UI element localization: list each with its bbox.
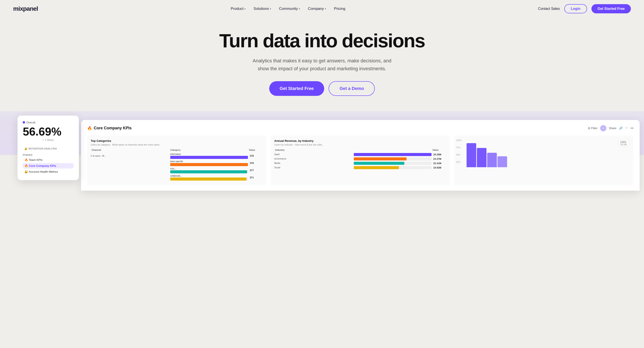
retention-item[interactable]: 🔐 Retention analysis: [24, 147, 57, 150]
pinned-header: Pinned: [23, 152, 74, 157]
vertical-bar-chart-panel: 100% 34.05K 100% 75% 50% 25%: [454, 136, 634, 185]
sidebar-list: 🔐 Retention analysis Pinned 🔥 Team KPIs …: [23, 146, 74, 174]
list-item: 🔐 Retention analysis: [23, 146, 74, 151]
chart-row: team-specific 378: [91, 160, 263, 166]
chart-row: cros... 377: [91, 167, 263, 173]
chart-table-header: Industry Value: [274, 149, 446, 151]
bar-item: [466, 143, 476, 167]
list-item[interactable]: 🔥 Team KPIs: [23, 157, 74, 163]
float-card: Overall 56.69% < 1 Week 🔐 Retention anal…: [18, 116, 79, 180]
hero-section: Turn data into decisions Analytics that …: [0, 17, 644, 96]
more-options-icon[interactable]: •••: [630, 126, 634, 130]
percentage-value: 56.69%: [23, 126, 74, 137]
nav-item-community[interactable]: Community ▾: [279, 6, 300, 11]
filter-icon: ⊟: [588, 126, 590, 130]
main-dashboard-panel: 🔥 Core Company KPIs ⊟ Filter U Share 🔗 ♡…: [81, 120, 640, 191]
bar-item: [477, 148, 486, 167]
overall-label: Overall: [23, 121, 74, 124]
avatar: U: [600, 125, 606, 131]
bar-item: [487, 153, 497, 167]
vertical-bar-chart: [458, 141, 630, 167]
chart-row: collaborati... 371: [91, 175, 263, 181]
share-button[interactable]: Share: [609, 126, 616, 130]
annual-revenue-title: Annual Revenue, by Industry: [274, 139, 446, 142]
logo[interactable]: mixpanel: [13, 5, 38, 12]
dashboard-preview: Overall 56.69% < 1 Week 🔐 Retention anal…: [0, 111, 644, 199]
heart-icon[interactable]: ♡: [625, 126, 628, 130]
nav-item-product[interactable]: Product ▾: [231, 6, 246, 11]
chevron-down-icon: ▾: [244, 7, 246, 10]
y-axis-labels: 100% 75% 50% 25%: [456, 139, 462, 163]
top-categories-subtitle: Users by category · What types of channe…: [91, 143, 263, 146]
timeframe-label: < 1 Week: [23, 139, 74, 142]
nav-item-solutions[interactable]: Solutions ▾: [254, 6, 271, 11]
percent-label: 100% 34.05K: [618, 140, 629, 146]
chevron-down-icon: ▾: [299, 7, 300, 10]
annual-revenue-subtitle: Users by industry · How much $ are we co…: [274, 143, 446, 146]
chart-row: # of users - M... informative 378: [91, 153, 263, 159]
bar-item: [498, 156, 507, 167]
navigation: mixpanel Product ▾ Solutions ▾ Community…: [0, 0, 644, 17]
login-button[interactable]: Login: [564, 4, 587, 13]
chart-table-header: Channel Category Value: [91, 149, 263, 151]
fire-icon: 🔥: [87, 126, 92, 131]
dashboard-title: 🔥 Core Company KPIs: [87, 126, 132, 131]
annual-revenue-panel: Annual Revenue, by Industry Users by ind…: [271, 136, 450, 185]
nav-links: Product ▾ Solutions ▾ Community ▾ Compan…: [231, 6, 345, 11]
overall-dot-icon: [23, 121, 25, 123]
top-categories-panel: Top Categories Users by category · What …: [87, 136, 266, 185]
chart-row: SaaS 34.35M: [274, 153, 446, 156]
chart-row: Social 19.92M: [274, 166, 446, 169]
chevron-down-icon: ▾: [325, 7, 326, 10]
list-item[interactable]: 🔐 Account Health Metrics: [23, 169, 74, 174]
dashboard-actions: ⊟ Filter U Share 🔗 ♡ •••: [588, 125, 634, 131]
dashboard-header: 🔥 Core Company KPIs ⊟ Filter U Share 🔗 ♡…: [87, 125, 634, 131]
nav-item-pricing[interactable]: Pricing: [334, 6, 346, 11]
chevron-down-icon: ▾: [270, 7, 271, 10]
chart-row: eCommerce 23.37M: [274, 157, 446, 160]
link-icon[interactable]: 🔗: [619, 126, 622, 130]
nav-actions: Contact Sales Login Get Started Free: [538, 4, 631, 13]
get-demo-button[interactable]: Get a Demo: [328, 81, 375, 96]
filter-button[interactable]: ⊟ Filter: [588, 126, 598, 130]
contact-sales-link[interactable]: Contact Sales: [538, 7, 560, 11]
top-categories-title: Top Categories: [91, 139, 263, 142]
hero-buttons: Get Started Free Get a Demo: [4, 81, 640, 96]
get-started-hero-button[interactable]: Get Started Free: [269, 81, 324, 96]
get-started-nav-button[interactable]: Get Started Free: [592, 4, 631, 13]
nav-item-company[interactable]: Company ▾: [308, 6, 326, 11]
hero-subheadline: Analytics that makes it easy to get answ…: [248, 57, 396, 72]
list-item[interactable]: 🔥 Core Company KPIs: [23, 163, 74, 169]
hero-headline: Turn data into decisions: [212, 31, 432, 51]
dashboard-content: Top Categories Users by category · What …: [87, 136, 634, 185]
chart-row: Media 22.41M: [274, 162, 446, 165]
